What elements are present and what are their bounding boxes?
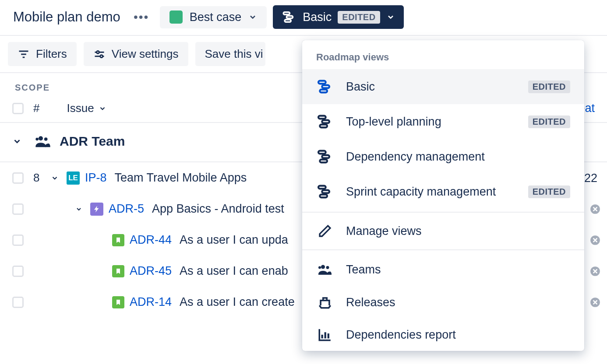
close-icon[interactable] <box>589 266 601 277</box>
chevron-down-icon <box>386 13 395 21</box>
svg-point-7 <box>96 51 99 53</box>
row-number: 8 <box>33 171 43 185</box>
team-name: ADR Team <box>60 134 125 149</box>
column-issue-label: Issue <box>67 102 94 115</box>
save-label: Save this vi <box>205 47 263 61</box>
filters-button[interactable]: Filters <box>8 42 77 66</box>
dropdown-item-label: Dependencies report <box>346 328 456 342</box>
issue-key-link[interactable]: ADR-44 <box>130 233 172 247</box>
chevron-down-icon[interactable] <box>75 206 82 213</box>
svg-point-31 <box>321 265 325 269</box>
initiative-icon: LE <box>67 172 80 185</box>
more-actions-button[interactable]: ••• <box>129 7 154 27</box>
svg-point-12 <box>39 136 43 140</box>
chevron-down-icon <box>248 13 257 21</box>
row-value: 22 <box>584 171 597 185</box>
svg-point-9 <box>100 55 103 57</box>
edited-badge: EDITED <box>528 186 570 198</box>
ship-icon <box>316 295 334 310</box>
dropdown-item-label: Dependency management <box>346 150 485 164</box>
story-icon <box>112 265 124 277</box>
issue-key-link[interactable]: ADR-45 <box>130 264 172 278</box>
pencil-icon <box>316 224 334 238</box>
view-option-dependency[interactable]: Dependency management <box>302 139 584 174</box>
row-checkbox[interactable] <box>12 297 24 308</box>
view-settings-button[interactable]: View settings <box>84 42 188 66</box>
people-icon <box>316 262 334 277</box>
row-checkbox[interactable] <box>12 172 24 184</box>
svg-rect-2 <box>285 20 291 22</box>
view-settings-label: View settings <box>112 47 179 61</box>
svg-rect-26 <box>322 155 329 158</box>
dropdown-item-label: Sprint capacity management <box>346 185 496 199</box>
view-dropdown-button[interactable]: Basic EDITED <box>273 5 403 29</box>
manage-views-action[interactable]: Manage views <box>302 215 584 247</box>
dropdown-item-label: Teams <box>346 263 381 276</box>
scenario-label: Best case <box>190 10 242 24</box>
dropdown-item-label: Releases <box>346 296 395 309</box>
issue-key-link[interactable]: IP-8 <box>85 171 107 185</box>
column-issue[interactable]: Issue <box>67 102 106 115</box>
issue-key-link[interactable]: ADR-14 <box>130 295 172 309</box>
svg-point-32 <box>326 266 329 269</box>
svg-rect-28 <box>318 186 326 189</box>
story-icon <box>112 296 124 308</box>
svg-point-13 <box>44 137 48 141</box>
save-view-button[interactable]: Save this vi <box>195 42 266 66</box>
dropdown-item-label: Manage views <box>346 224 422 238</box>
issue-key-link[interactable]: ADR-5 <box>109 202 144 216</box>
roadmap-icon <box>282 10 296 24</box>
edited-badge: EDITED <box>528 80 570 93</box>
edited-badge: EDITED <box>338 11 380 24</box>
filters-label: Filters <box>36 47 67 61</box>
row-checkbox[interactable] <box>12 266 24 277</box>
close-icon[interactable] <box>589 234 601 246</box>
separator <box>302 212 584 213</box>
chart-icon <box>316 327 334 342</box>
views-dropdown: Roadmap views Basic EDITED Top-level pla… <box>302 40 584 351</box>
releases-action[interactable]: Releases <box>302 286 584 318</box>
svg-rect-25 <box>318 151 326 154</box>
svg-rect-0 <box>284 12 290 15</box>
view-option-top-level[interactable]: Top-level planning EDITED <box>302 104 584 139</box>
view-option-sprint-capacity[interactable]: Sprint capacity management EDITED <box>302 174 584 209</box>
scenario-dropdown[interactable]: Best case <box>160 6 267 28</box>
plan-header: Mobile plan demo ••• Best case Basic EDI… <box>0 0 607 36</box>
close-icon[interactable] <box>589 297 601 308</box>
svg-rect-27 <box>320 160 327 163</box>
issue-title: As a user I can enab <box>180 264 288 278</box>
svg-rect-36 <box>328 333 329 338</box>
svg-rect-21 <box>320 90 327 93</box>
svg-rect-29 <box>322 190 329 193</box>
plan-title: Mobile plan demo <box>13 9 120 25</box>
epic-icon <box>90 203 103 216</box>
svg-rect-23 <box>322 120 329 123</box>
dropdown-item-label: Basic <box>346 80 375 94</box>
svg-rect-20 <box>322 85 329 88</box>
svg-rect-22 <box>318 116 326 119</box>
people-icon <box>34 133 52 150</box>
roadmap-icon <box>316 78 334 95</box>
chevron-down-icon[interactable] <box>12 136 22 146</box>
view-label: Basic <box>303 10 332 24</box>
teams-action[interactable]: Teams <box>302 253 584 286</box>
svg-rect-30 <box>320 195 327 198</box>
svg-rect-35 <box>325 332 326 338</box>
row-checkbox[interactable] <box>12 203 24 215</box>
svg-rect-1 <box>287 16 293 18</box>
issue-title: Team Travel Mobile Apps <box>115 171 247 185</box>
dependencies-report-action[interactable]: Dependencies report <box>302 318 584 351</box>
scenario-color-swatch <box>169 10 183 24</box>
chevron-down-icon[interactable] <box>51 174 59 182</box>
close-icon[interactable] <box>589 203 601 215</box>
select-all-checkbox[interactable] <box>12 103 24 114</box>
svg-rect-19 <box>318 81 326 84</box>
separator <box>302 249 584 250</box>
story-icon <box>112 234 124 246</box>
row-checkbox[interactable] <box>12 234 24 246</box>
view-option-basic[interactable]: Basic EDITED <box>302 69 584 104</box>
edited-badge: EDITED <box>528 116 570 128</box>
issue-title: App Basics - Android test <box>152 202 284 216</box>
column-number: # <box>33 102 39 115</box>
issue-title: As a user I can upda <box>180 233 288 247</box>
